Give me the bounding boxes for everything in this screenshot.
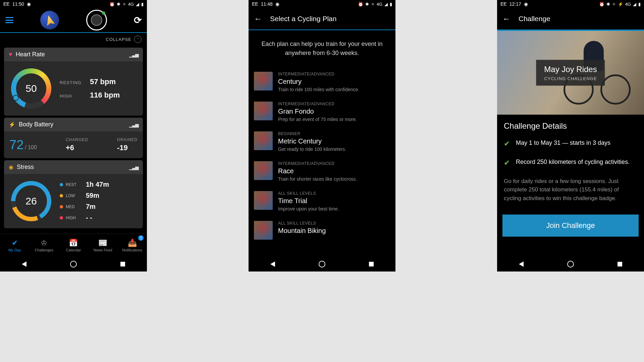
requirement-row: ✔May 1 to May 31 — starts in 3 days xyxy=(504,139,637,149)
alarm-icon: ⏰ xyxy=(109,2,115,7)
nav-calendar[interactable]: 📅Calendar xyxy=(59,234,88,257)
plan-level: INTERMEDIATE/ADVANCED xyxy=(278,72,359,76)
card-title: Stress xyxy=(17,164,34,171)
challenge-description: Go for daily rides or a few long session… xyxy=(504,177,637,203)
nav-label: Calendar xyxy=(66,248,81,252)
plan-thumbnail xyxy=(254,221,273,240)
card-header: ♥ Heart Rate ▁▃▅ xyxy=(4,48,143,61)
plan-name: Race xyxy=(278,167,357,175)
achievement-badge[interactable] xyxy=(40,11,59,29)
nav-notifications[interactable]: 📥Notifications7 xyxy=(117,234,147,257)
stress-icon: ◉ xyxy=(9,164,13,170)
refresh-button[interactable]: ⟳ xyxy=(134,15,142,26)
signal-icon: ◢ xyxy=(384,2,388,7)
plan-description: Train to ride 100 miles with confidence. xyxy=(278,87,359,92)
legend-label: HIGH xyxy=(66,216,80,220)
carrier: EE xyxy=(500,1,507,7)
recent-button[interactable] xyxy=(120,262,125,266)
stress-card[interactable]: ◉ Stress ▁▃▅ 26 REST1h 47mLOW59mMED7mHIG… xyxy=(4,160,143,228)
chart-icon[interactable]: ▁▃▅ xyxy=(129,52,138,57)
collapse-toggle[interactable]: COLLAPSE ⌃ xyxy=(0,33,147,46)
plan-item[interactable]: INTERMEDIATE/ADVANCEDRaceTrain for short… xyxy=(249,157,395,186)
battery-max: / 100 xyxy=(25,144,37,150)
nav-challenges[interactable]: ♔Challenges xyxy=(30,234,59,257)
plan-level: INTERMEDIATE/ADVANCED xyxy=(278,102,357,106)
charged-value: +6 xyxy=(66,143,88,152)
plan-name: Time Trial xyxy=(278,197,339,205)
home-button[interactable] xyxy=(319,261,325,267)
vibrate-icon: ✧ xyxy=(612,2,616,7)
join-challenge-button[interactable]: Join Challenge xyxy=(502,215,639,237)
challenge-name: May Joy Rides xyxy=(544,65,597,74)
card-header: ⚡ Body Battery ▁▃▅ xyxy=(4,118,143,131)
menu-button[interactable] xyxy=(5,17,13,23)
nav-news-feed[interactable]: 📰News Feed xyxy=(88,234,118,257)
card-title: Heart Rate xyxy=(16,51,45,58)
heart-rate-card[interactable]: ♥ Heart Rate ▁▃▅ 50 RESTING57 bpm HIGH11… xyxy=(4,48,143,116)
plan-item[interactable]: INTERMEDIATE/ADVANCEDGran FondoPrep for … xyxy=(249,97,395,127)
back-button[interactable]: ← xyxy=(254,14,262,23)
clock: 12:17 xyxy=(509,1,521,7)
system-nav xyxy=(497,257,644,272)
nav-icon: 📥 xyxy=(128,239,137,247)
plan-thumbnail xyxy=(254,191,273,210)
recent-button[interactable] xyxy=(618,262,622,266)
page-header: ← Challenge xyxy=(497,8,644,30)
vibrate-icon: ✧ xyxy=(122,2,126,7)
challenge-details: Challenge Details ✔May 1 to May 31 — sta… xyxy=(497,115,644,209)
plan-item[interactable]: ALL SKILL LEVELSMountain Biking xyxy=(249,216,395,244)
legend-row: LOW59m xyxy=(60,192,109,199)
nav-my-day[interactable]: ✔My Day xyxy=(0,234,30,257)
carrier: EE xyxy=(252,1,258,7)
chart-icon[interactable]: ▁▃▅ xyxy=(129,165,138,170)
legend-value: 7m xyxy=(86,203,96,210)
body-battery-card[interactable]: ⚡ Body Battery ▁▃▅ 72/ 100 CHARGED+6 DRA… xyxy=(4,118,143,158)
legend-dot-icon xyxy=(60,183,63,186)
plan-item[interactable]: ALL SKILL LEVELSTime TrialImprove upon y… xyxy=(249,186,395,216)
challenge-title-box: May Joy Rides CYCLING CHALLENGE xyxy=(536,60,605,86)
challenge-hero: May Joy Rides CYCLING CHALLENGE xyxy=(497,30,644,115)
carrier: EE xyxy=(3,1,10,7)
page-header: ← Select a Cycling Plan xyxy=(249,8,395,30)
challenge-type: CYCLING CHALLENGE xyxy=(544,76,597,81)
clock: 11:48 xyxy=(261,1,273,7)
chart-icon[interactable]: ▁▃▅ xyxy=(129,122,138,127)
checkmark-icon: ✔ xyxy=(504,139,510,149)
stress-gauge: 26 xyxy=(9,179,53,223)
network-type: 4G xyxy=(377,2,382,7)
bluetooth-icon: ✱ xyxy=(365,2,369,7)
status-bar: EE 11:50 ◉ ⏰ ✱ ✧ 4G ◢ ▮ xyxy=(0,0,147,8)
phone-cycling-plans: EE 11:48 ◉ ⏰ ✱ ✧ 4G ◢ ▮ ← Select a Cycli… xyxy=(249,0,395,272)
home-button[interactable] xyxy=(567,261,574,267)
back-button[interactable]: ← xyxy=(502,14,511,23)
home-button[interactable] xyxy=(70,261,77,267)
alarm-icon: ⏰ xyxy=(599,2,604,7)
plan-item[interactable]: INTERMEDIATE/ADVANCEDCenturyTrain to rid… xyxy=(249,67,395,97)
heart-icon: ♥ xyxy=(9,51,12,58)
back-button[interactable] xyxy=(22,261,26,267)
plan-thumbnail xyxy=(254,161,273,180)
phone-challenge: EE 12:17 ◉ ⏰ ✱ ✧ ⚡ 4G ◢ ▮ ← Challenge Ma… xyxy=(497,0,644,272)
page-title: Challenge xyxy=(519,15,550,23)
cast-icon: ◉ xyxy=(524,1,528,7)
network-type: 4G xyxy=(625,2,631,7)
plan-thumbnail xyxy=(254,131,273,150)
back-button[interactable] xyxy=(519,261,524,267)
signal-icon: ◢ xyxy=(136,2,139,7)
battery-icon: ▮ xyxy=(638,2,641,7)
phone-my-day: EE 11:50 ◉ ⏰ ✱ ✧ 4G ◢ ▮ ⟳ COLLAPSE ⌃ ♥ H… xyxy=(0,0,147,272)
legend-row: MED7m xyxy=(60,203,109,210)
legend-label: LOW xyxy=(66,193,80,198)
legend-row: REST1h 47m xyxy=(60,181,109,188)
plan-item[interactable]: BEGINNERMetric CenturyGet ready to ride … xyxy=(249,127,395,157)
legend-value: 59m xyxy=(86,192,99,199)
legend-value: 1h 47m xyxy=(86,181,109,188)
system-nav xyxy=(249,257,395,272)
recent-button[interactable] xyxy=(369,262,374,266)
nav-icon: 📰 xyxy=(98,239,107,247)
legend-dot-icon xyxy=(60,205,63,208)
battery-icon: ▮ xyxy=(141,2,144,7)
back-button[interactable] xyxy=(270,261,275,267)
device-button[interactable] xyxy=(86,10,107,31)
bluetooth-icon: ✱ xyxy=(117,2,120,7)
